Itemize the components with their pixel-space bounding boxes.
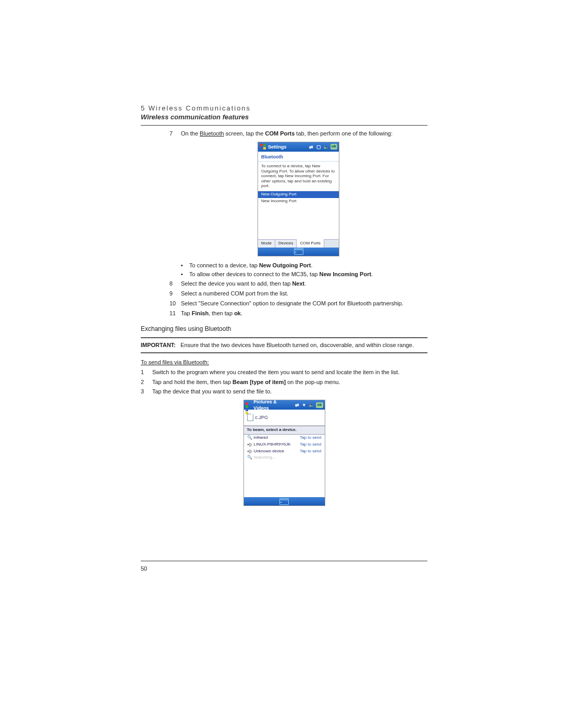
signal-icon: ▾ xyxy=(301,402,307,408)
step-number: 9 xyxy=(169,290,181,298)
text: screen, tap the xyxy=(224,130,265,137)
step-text: Select "Secure Connection" option to des… xyxy=(181,300,427,307)
tap-to-send: Tap to send xyxy=(300,442,321,448)
important-text: Ensure that the two devices have Bluetoo… xyxy=(180,342,414,348)
signal-icon: •)) xyxy=(247,449,252,454)
tab-comports: COM Ports xyxy=(297,239,324,248)
speaker-icon: 🔈 xyxy=(323,144,329,150)
send-step-3: 3Tap the device that you want to send th… xyxy=(141,388,427,396)
connectivity-icon: ⇄ xyxy=(295,402,300,408)
bluetooth-link: Bluetooth xyxy=(200,130,224,137)
text: . xyxy=(371,271,373,277)
tab-bar: Mode Devices COM Ports xyxy=(258,239,339,248)
keyboard-icon xyxy=(279,498,289,505)
tap-to-send: Tap to send xyxy=(300,435,321,441)
bold-text: Next xyxy=(292,280,304,287)
subheading-exchanging-files: Exchanging files using Bluetooth xyxy=(141,325,427,333)
ok-button: ok xyxy=(316,402,323,408)
speaker-icon: 🔈 xyxy=(309,402,314,408)
file-row: c.JPG xyxy=(244,410,325,426)
send-step-2: 2Tap and hold the item, then tap Beam [t… xyxy=(141,378,427,386)
send-step-1: 1Switch to the program where you created… xyxy=(141,368,427,376)
bullet-dot: • xyxy=(181,270,189,278)
step-text: On the Bluetooth screen, tap the COM Por… xyxy=(181,130,427,138)
step-7: 7 On the Bluetooth screen, tap the COM P… xyxy=(169,130,427,138)
tab-devices: Devices xyxy=(275,240,297,248)
text: On the xyxy=(181,130,200,137)
document-page: 5 Wireless Communications Wireless commu… xyxy=(0,0,563,728)
step-number: 11 xyxy=(169,310,181,317)
bullet-item: • To connect to a device, tap New Outgoi… xyxy=(181,262,427,269)
instructions: To connect to a device, tap New Outgoing… xyxy=(258,162,339,191)
text: To allow other devices to connect to the… xyxy=(189,271,319,277)
text: Tap and hold the item, then tap xyxy=(152,379,232,385)
titlebar: Settings ⇄ ▢ 🔈 ok xyxy=(258,142,339,152)
connectivity-icon: ⇄ xyxy=(309,144,314,150)
port-list: New Outgoing Port New Incoming Port xyxy=(258,191,339,239)
step-10: 10Select "Secure Connection" option to d… xyxy=(169,300,427,307)
step-text: Select the device you want to add, then … xyxy=(181,280,427,288)
section-title: Wireless communication features xyxy=(141,113,427,121)
bold-text: COM Ports xyxy=(265,130,295,137)
title-text: Pictures & Videos xyxy=(253,399,292,411)
device-name: Infrared xyxy=(254,435,300,441)
bullet-dot: • xyxy=(181,262,189,269)
screenshot-beam-device-list: Pictures & Videos ⇄ ▾ 🔈 ok c.JPG To beam… xyxy=(243,400,325,506)
footer-rule xyxy=(141,561,427,561)
signal-icon: ▢ xyxy=(316,144,322,150)
step-9: 9Select a numbered COM port from the lis… xyxy=(169,290,427,298)
device-row: 🔍InfraredTap to send xyxy=(244,435,325,441)
bold-text: ok xyxy=(234,310,241,316)
device-list: 🔍InfraredTap to send •))LINUX-P8HR9Y6JKT… xyxy=(244,435,325,497)
step-number: 10 xyxy=(169,300,181,307)
text: To connect to a device, tap xyxy=(189,262,259,268)
device-row-searching: 🔍Searching… xyxy=(244,454,325,461)
page-content: 7 On the Bluetooth screen, tap the COM P… xyxy=(141,130,427,506)
important-note: IMPORTANT: Ensure that the two devices h… xyxy=(141,337,427,353)
bluetooth-subhead: Bluetooth xyxy=(258,152,339,162)
device-name: Unknown device xyxy=(254,449,300,454)
device-row: •))LINUX-P8HR9Y6JKTap to send xyxy=(244,441,325,448)
file-name: c.JPG xyxy=(255,414,268,421)
procedure-heading: To send files via Bluetooth: xyxy=(141,359,427,366)
search-icon: 🔍 xyxy=(247,435,252,441)
step-text: Tap and hold the item, then tap Beam [ty… xyxy=(152,378,427,386)
ok-button: ok xyxy=(331,144,337,150)
titlebar: Pictures & Videos ⇄ ▾ 🔈 ok xyxy=(244,400,325,410)
bullet-text: To connect to a device, tap New Outgoing… xyxy=(189,262,427,269)
chapter-title: 5 Wireless Communications xyxy=(141,104,427,112)
step-text: Select a numbered COM port from the list… xyxy=(181,290,427,298)
text: , then tap xyxy=(209,310,234,316)
bottom-bar xyxy=(258,248,339,256)
step-number: 7 xyxy=(169,130,181,138)
step-number: 2 xyxy=(141,378,152,386)
device-name: LINUX-P8HR9Y6JK xyxy=(254,442,300,448)
start-icon xyxy=(246,402,252,408)
tab-mode: Mode xyxy=(258,240,275,248)
bold-text: Beam [type of item] xyxy=(232,379,286,385)
step-8: 8Select the device you want to add, then… xyxy=(169,280,427,288)
beam-header: To beam, select a device. xyxy=(244,426,325,435)
step-number: 8 xyxy=(169,280,181,288)
bullet-list: • To connect to a device, tap New Outgoi… xyxy=(181,262,427,278)
searching-label: Searching… xyxy=(254,455,322,461)
header-rule xyxy=(141,125,427,126)
text: . xyxy=(311,262,313,268)
step-11: 11Tap Finish, then tap ok. xyxy=(169,310,427,317)
bottom-bar xyxy=(244,497,325,505)
page-number: 50 xyxy=(141,565,147,572)
text: on the pop-up menu. xyxy=(286,379,340,385)
text: Select the device you want to add, then … xyxy=(181,280,292,287)
step-text: Tap Finish, then tap ok. xyxy=(181,310,427,317)
step-text: Switch to the program where you created … xyxy=(152,368,427,376)
step-number: 1 xyxy=(141,368,152,376)
start-icon xyxy=(260,144,266,150)
bold-text: Finish xyxy=(192,310,209,316)
device-row: •))Unknown deviceTap to send xyxy=(244,448,325,455)
text: Tap xyxy=(181,310,192,316)
step-text: Tap the device that you want to send the… xyxy=(152,388,427,396)
important-label: IMPORTANT: xyxy=(141,342,176,348)
tap-to-send: Tap to send xyxy=(300,449,321,454)
list-item: New Incoming Port xyxy=(258,198,339,205)
file-icon xyxy=(247,414,253,421)
